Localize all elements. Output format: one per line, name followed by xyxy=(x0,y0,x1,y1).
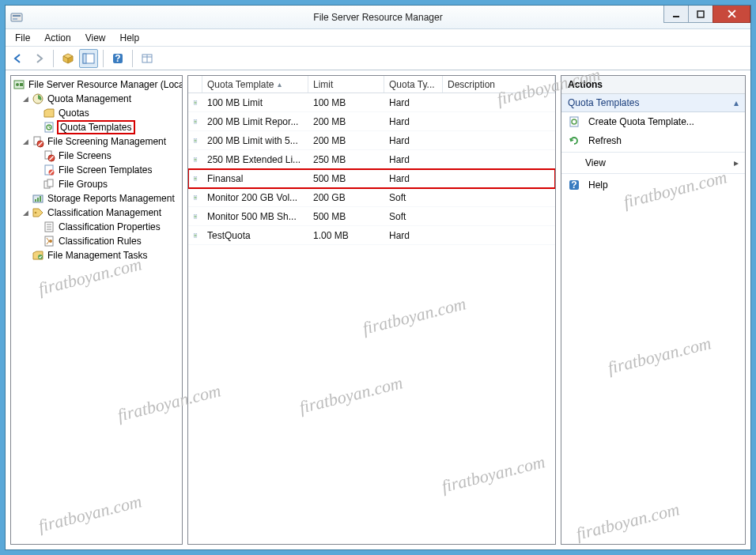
table-row[interactable]: 100 MB Limit100 MBHard xyxy=(188,93,555,112)
table-row[interactable]: 200 MB Limit with 5...200 MBHard xyxy=(188,131,555,150)
svg-rect-33 xyxy=(37,198,39,202)
actions-group-header[interactable]: Quota Templates ▴ xyxy=(561,94,745,112)
cell-quota-type: Hard xyxy=(384,116,443,127)
window-buttons xyxy=(664,6,750,23)
cell-quota-template: Monitor 200 GB Vol... xyxy=(202,192,308,203)
column-quota-template[interactable]: Quota Template▴ xyxy=(202,76,308,92)
cell-quota-template: 250 MB Extended Li... xyxy=(202,154,308,165)
cell-quota-type: Hard xyxy=(384,97,443,108)
tree-classification-management[interactable]: ◢ Classification Management xyxy=(11,206,182,220)
tree-label: Classification Properties xyxy=(59,221,161,232)
tree-label: File Screens xyxy=(59,150,112,161)
show-hide-console-tree-button[interactable] xyxy=(79,49,98,68)
expand-icon[interactable]: ◢ xyxy=(21,208,30,217)
cell-limit: 1.00 MB xyxy=(308,230,384,241)
properties-button[interactable] xyxy=(59,49,77,68)
help-icon: ? xyxy=(568,179,580,191)
app-icon xyxy=(10,11,23,24)
menu-action[interactable]: Action xyxy=(38,31,77,45)
svg-text:?: ? xyxy=(115,53,120,64)
table-row[interactable]: Monitor 200 GB Vol...200 GBSoft xyxy=(188,188,555,207)
tree-classification-properties[interactable]: Classification Properties xyxy=(11,220,182,234)
column-description[interactable]: Description xyxy=(443,76,555,92)
table-row[interactable]: TestQuota1.00 MBHard xyxy=(188,226,555,245)
tree-file-screen-templates[interactable]: File Screen Templates xyxy=(11,163,182,177)
tree-classification-rules[interactable]: Classification Rules xyxy=(11,234,182,248)
tree-file-screens[interactable]: File Screens xyxy=(11,149,182,163)
actions-group-label: Quota Templates xyxy=(568,97,640,108)
result-list[interactable]: Quota Template▴ Limit Quota Ty... Descri… xyxy=(187,75,556,545)
file-mgmt-tasks-icon xyxy=(32,249,44,262)
menu-file[interactable]: File xyxy=(9,31,36,45)
tree-label: Storage Reports Management xyxy=(47,193,175,204)
tree-label: Quota Templates xyxy=(59,122,134,133)
table-row[interactable]: 200 MB Limit Repor...200 MBHard xyxy=(188,112,555,131)
help-button[interactable]: ? xyxy=(108,49,127,68)
tree-quota-management[interactable]: ◢ Quota Management xyxy=(11,92,182,106)
back-button[interactable] xyxy=(9,49,28,68)
quota-templates-icon xyxy=(43,121,55,134)
column-icon[interactable] xyxy=(188,76,202,92)
expand-icon[interactable]: ◢ xyxy=(21,137,30,146)
custom-view-button[interactable] xyxy=(138,49,157,68)
tree-file-management-tasks[interactable]: File Management Tasks xyxy=(11,248,182,262)
console-tree[interactable]: File Server Resource Manager (Local) ◢ Q… xyxy=(10,75,183,545)
table-row[interactable]: Finansal500 MBHard xyxy=(188,169,555,188)
action-help[interactable]: ? Help xyxy=(561,176,745,194)
cell-limit: 200 MB xyxy=(308,135,384,146)
tree-file-screening-management[interactable]: ◢ File Screening Management xyxy=(11,134,182,149)
svg-rect-16 xyxy=(20,83,23,86)
svg-rect-30 xyxy=(47,179,53,187)
tree-quota-templates[interactable]: Quota Templates xyxy=(11,120,182,134)
tree-storage-reports[interactable]: Storage Reports Management xyxy=(11,191,182,206)
close-button[interactable] xyxy=(713,6,750,23)
svg-text:?: ? xyxy=(571,179,576,191)
actions-header: Actions xyxy=(561,76,745,94)
action-label: Help xyxy=(588,179,608,191)
svg-rect-4 xyxy=(697,11,704,17)
table-row[interactable]: Monitor 500 MB Sh...500 MBSoft xyxy=(188,207,555,226)
titlebar[interactable]: File Server Resource Manager xyxy=(6,6,750,29)
cell-quota-type: Hard xyxy=(384,135,443,146)
maximize-button[interactable] xyxy=(688,6,713,23)
column-quota-type[interactable]: Quota Ty... xyxy=(384,76,443,92)
file-groups-icon xyxy=(43,178,55,191)
tree-quotas[interactable]: Quotas xyxy=(11,106,182,120)
create-template-icon xyxy=(568,115,580,128)
svg-rect-1 xyxy=(13,15,21,17)
column-label: Limit xyxy=(313,79,333,90)
actions-pane: Actions Quota Templates ▴ Create Quota T… xyxy=(561,75,746,545)
minimize-button[interactable] xyxy=(663,6,689,23)
action-view[interactable]: View ▸ xyxy=(561,154,745,172)
column-limit[interactable]: Limit xyxy=(308,76,384,92)
row-icon xyxy=(188,96,202,109)
cell-limit: 100 MB xyxy=(308,97,384,108)
expand-icon[interactable]: ◢ xyxy=(21,94,30,104)
tree-file-groups[interactable]: File Groups xyxy=(11,177,182,191)
tree-label: File Screen Templates xyxy=(59,164,153,176)
quotas-icon xyxy=(43,107,55,119)
toolbar: ? xyxy=(6,47,750,70)
menu-help[interactable]: Help xyxy=(114,31,146,45)
column-label: Description xyxy=(448,79,495,90)
file-screens-icon xyxy=(43,149,55,162)
separator xyxy=(561,152,745,153)
file-screen-templates-icon xyxy=(43,164,55,176)
cell-limit: 200 GB xyxy=(308,192,384,203)
action-create-quota-template[interactable]: Create Quota Template... xyxy=(561,112,745,131)
menu-view[interactable]: View xyxy=(79,31,112,45)
tree-label: File Groups xyxy=(59,179,108,190)
cell-quota-type: Soft xyxy=(384,192,443,203)
tree-root[interactable]: File Server Resource Manager (Local) xyxy=(11,77,182,92)
classification-rules-icon xyxy=(43,235,55,247)
app-window: File Server Resource Manager File Action… xyxy=(5,5,751,550)
window-title: File Server Resource Manager xyxy=(6,12,750,23)
svg-point-41 xyxy=(49,240,52,243)
cell-quota-type: Soft xyxy=(384,211,443,222)
tree-label: Quotas xyxy=(59,108,89,119)
table-row[interactable]: 250 MB Extended Li...250 MBHard xyxy=(188,150,555,169)
action-refresh[interactable]: Refresh xyxy=(561,131,745,150)
cell-quota-template: TestQuota xyxy=(202,230,308,241)
forward-button[interactable] xyxy=(29,49,48,68)
toolbar-separator xyxy=(132,50,133,67)
